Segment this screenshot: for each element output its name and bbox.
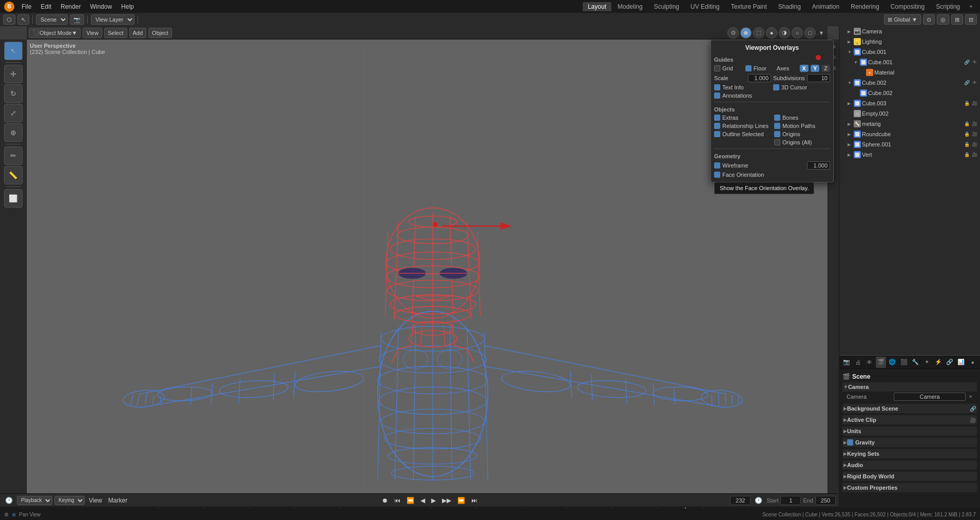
pp-world-tab[interactable]: 🌐 — [887, 357, 897, 368]
floor-checkbox[interactable] — [745, 65, 752, 71]
menu-item-window[interactable]: Window — [86, 2, 116, 11]
mode-selector-btn[interactable]: ⬛ Object Mode ▼ — [29, 28, 81, 38]
measure-btn[interactable]: 📏 — [4, 166, 23, 184]
face-orientation-checkbox[interactable] — [714, 172, 720, 178]
outliner-item-camera[interactable]: ▶ 📷 Camera — [839, 26, 980, 36]
grid-btn[interactable]: ⊞ — [951, 14, 963, 25]
tab-texture-paint[interactable]: Texture Paint — [726, 2, 772, 11]
roundcube-eye-icon[interactable]: 🔒 — [963, 131, 970, 138]
scene-icon-btn[interactable]: 📷 — [70, 14, 84, 25]
cube003-eye-icon[interactable]: 🔒 — [963, 100, 970, 107]
pp-output-tab[interactable]: 🖨 — [853, 357, 863, 368]
view-menu-btn[interactable]: View — [83, 28, 102, 38]
menu-item-help[interactable]: Help — [117, 2, 138, 11]
subdivisions-value[interactable]: 10 — [807, 74, 830, 82]
record-btn[interactable]: ⏺ — [380, 497, 390, 504]
pp-material-tab[interactable]: ● — [968, 357, 978, 368]
move-tool-btn[interactable]: ✛ — [4, 65, 23, 83]
jump-end-btn[interactable]: ⏭ — [469, 497, 479, 504]
axis-y-btn[interactable]: Y — [811, 65, 819, 72]
active-clip-section-header[interactable]: ▶ Active Clip 🎥 — [842, 415, 977, 424]
annotations-checkbox[interactable] — [714, 92, 720, 99]
pp-render-tab[interactable]: 📷 — [841, 357, 852, 368]
bg-scene-section-header[interactable]: ▶ Background Scene 🔗 — [842, 404, 977, 413]
pp-constraints-tab[interactable]: 🔗 — [945, 357, 955, 368]
pp-view-tab[interactable]: 👁 — [864, 357, 875, 368]
rendered-preview-btn[interactable]: ○ — [792, 27, 803, 39]
sphere001-eye-icon[interactable]: 🔒 — [963, 141, 970, 148]
cube003-cam-icon[interactable]: 🎥 — [971, 100, 978, 107]
tab-animation[interactable]: Animation — [807, 2, 844, 11]
start-frame-input[interactable]: 1 — [780, 496, 801, 505]
gravity-section-header[interactable]: ▶ Gravity — [842, 438, 977, 447]
prev-keyframe-btn[interactable]: ⏪ — [405, 497, 416, 504]
tab-uv-editing[interactable]: UV Editing — [685, 2, 725, 11]
next-frame-btn[interactable]: ▶▶ — [440, 497, 453, 504]
tab-sculpting[interactable]: Sculpting — [649, 2, 684, 11]
vert-cam-icon[interactable]: 🎥 — [971, 151, 978, 158]
pp-scene-tab[interactable]: 🎬 — [876, 357, 886, 368]
material-preview-btn[interactable]: ◑ — [779, 27, 790, 39]
play-btn[interactable]: ▶ — [429, 497, 438, 504]
sphere001-cam-icon[interactable]: 🎥 — [971, 141, 978, 148]
transform-tool-btn[interactable]: ⊕ — [4, 123, 23, 142]
outliner-item-cube001-child[interactable]: ▼ ⬜ Cube.001 🔗 👁 — [839, 57, 980, 67]
tab-compositing[interactable]: Compositing — [886, 2, 930, 11]
view-menu-tl-btn[interactable]: View — [87, 497, 104, 504]
outliner-item-cube002-child[interactable]: ⬜ Cube.002 — [839, 88, 980, 98]
custom-props-section-header[interactable]: ▶ Custom Properties — [842, 483, 977, 492]
app-icon-btn[interactable]: ⬡ — [3, 14, 15, 25]
pp-data-tab[interactable]: 📊 — [956, 357, 966, 368]
add-cube-btn[interactable]: ⬜ — [4, 189, 23, 208]
camera-close-icon[interactable]: ✕ — [969, 394, 973, 399]
origins-checkbox[interactable] — [774, 131, 780, 137]
bones-checkbox[interactable] — [774, 115, 780, 121]
prev-frame-btn[interactable]: ◀ — [418, 497, 427, 504]
roundcube-cam-icon[interactable]: 🎥 — [971, 131, 978, 138]
cursor-tool-btn[interactable]: ↖ — [17, 14, 29, 25]
units-section-header[interactable]: ▶ Units — [842, 426, 977, 436]
outliner-item-metarig[interactable]: ▶ 🦴 metarig 🔒 🎥 — [839, 119, 980, 129]
tab-shading[interactable]: Shading — [773, 2, 806, 11]
camera-field-value[interactable]: Camera — [894, 393, 966, 401]
origins-all-checkbox[interactable] — [774, 139, 780, 145]
proportional-btn[interactable]: ◎ — [937, 14, 949, 25]
tab-scripting[interactable]: Scripting — [931, 2, 965, 11]
shader-options-btn[interactable]: ▼ — [817, 29, 825, 37]
outliner-item-lighting[interactable]: ▶ 💡 Lighting — [839, 36, 980, 47]
marker-btn[interactable]: Marker — [106, 497, 129, 504]
cube002-vis-icon[interactable]: 👁 — [971, 79, 978, 86]
tab-rendering[interactable]: Rendering — [846, 2, 884, 11]
axis-z-btn[interactable]: Z — [821, 65, 830, 72]
select-menu-btn[interactable]: Select — [104, 28, 127, 38]
scene-selector[interactable]: Scene — [36, 14, 68, 25]
cube001c-link-icon[interactable]: 🔗 — [963, 59, 970, 66]
playback-dropdown[interactable]: Playback — [17, 496, 52, 505]
outliner-item-material[interactable]: ● Material — [839, 67, 980, 78]
tab-layout[interactable]: Layout — [583, 2, 611, 11]
object-menu-btn[interactable]: Object — [148, 28, 172, 38]
global-orientation-btn[interactable]: ⊞ Global ▼ — [884, 14, 921, 25]
audio-section-header[interactable]: ▶ Audio — [842, 460, 977, 470]
wireframe-checkbox[interactable] — [714, 162, 720, 169]
outliner-item-vert[interactable]: ▶ ⬜ Vert 🔒 🎥 — [839, 150, 980, 160]
scale-tool-btn[interactable]: ⤢ — [4, 104, 23, 122]
vert-eye-icon[interactable]: 🔒 — [963, 151, 970, 158]
xray-btn[interactable]: ⬚ — [753, 27, 764, 39]
outline-selected-checkbox[interactable] — [714, 131, 720, 137]
add-menu-btn[interactable]: Add — [129, 28, 147, 38]
pp-object-tab[interactable]: ⬛ — [899, 357, 909, 368]
outliner-item-empty002[interactable]: ◎ Empty.002 — [839, 108, 980, 119]
metarig-cam-icon[interactable]: 🎥 — [971, 120, 978, 127]
motion-paths-checkbox[interactable] — [774, 123, 780, 129]
jump-start-btn[interactable]: ⏮ — [392, 497, 402, 504]
rigid-body-section-header[interactable]: ▶ Rigid Body World — [842, 472, 977, 481]
add-workspace-button[interactable]: + — [966, 2, 976, 11]
metarig-eye-icon[interactable]: 🔒 — [963, 120, 970, 127]
menu-item-file[interactable]: File — [17, 2, 35, 11]
mirror-btn[interactable]: ⊟ — [965, 14, 977, 25]
outliner-item-cube003[interactable]: ▶ ⬜ Cube.003 🔒 🎥 — [839, 98, 980, 108]
text-info-checkbox[interactable] — [714, 84, 720, 90]
overlay-gizmo-btn[interactable]: ⊙ — [727, 27, 739, 39]
next-keyframe-btn[interactable]: ⏩ — [455, 497, 467, 504]
